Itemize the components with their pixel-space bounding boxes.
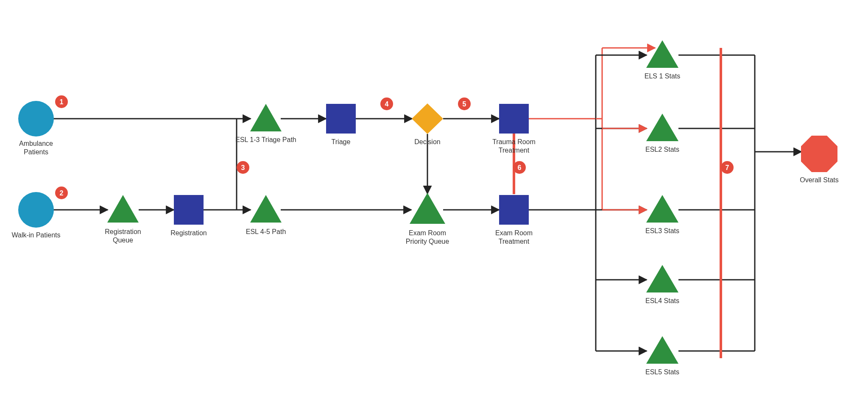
badge-label: 7 <box>726 164 729 171</box>
svg-marker-49 <box>646 265 678 292</box>
svg-rect-45 <box>499 195 529 225</box>
label: Exam Room <box>495 229 533 237</box>
label: Patients <box>24 148 48 156</box>
label: Walk-in Patients <box>12 231 61 239</box>
node-overall-stats: Overall Stats <box>800 136 839 184</box>
svg-marker-48 <box>646 195 678 223</box>
svg-rect-41 <box>326 104 356 134</box>
label: ESL3 Stats <box>645 227 679 234</box>
badge-3: 3 <box>237 161 249 174</box>
node-exam-room-priority-queue: Exam Room Priority Queue <box>406 193 449 245</box>
label: Queue <box>113 237 133 244</box>
label: Trauma Room <box>492 138 536 145</box>
badge-6: 6 <box>513 161 526 174</box>
node-esl4-stats: ESL4 Stats <box>645 265 679 304</box>
node-esl-4-5-path: ESL 4-5 Path <box>246 195 286 235</box>
node-esl3-stats: ESL3 Stats <box>645 195 679 234</box>
svg-rect-38 <box>174 195 204 225</box>
label: Ambulance <box>19 140 53 147</box>
node-esl-1-3-triage-path: ESL 1-3 Triage Path <box>235 104 296 143</box>
label: ELS 1 Stats <box>645 72 681 80</box>
svg-marker-51 <box>801 136 837 172</box>
label: ESL5 Stats <box>645 368 679 376</box>
badge-label: 3 <box>241 164 245 171</box>
label: Triage <box>332 138 351 145</box>
node-els1-stats: ELS 1 Stats <box>645 40 681 80</box>
svg-marker-39 <box>250 104 282 131</box>
node-decision: Decision <box>412 103 443 145</box>
badge-label: 2 <box>60 189 64 197</box>
node-esl2-stats: ESL2 Stats <box>645 114 679 153</box>
badge-1: 1 <box>55 95 68 108</box>
label: Overall Stats <box>800 176 839 184</box>
svg-point-35 <box>18 101 54 136</box>
svg-marker-42 <box>412 103 443 134</box>
label: ESL4 Stats <box>645 297 679 304</box>
node-triage: Triage <box>326 104 356 145</box>
label: ESL 1-3 Triage Path <box>235 136 296 143</box>
node-esl5-stats: ESL5 Stats <box>645 336 679 376</box>
svg-marker-44 <box>410 193 445 224</box>
badge-label: 5 <box>463 100 466 108</box>
label: ESL2 Stats <box>645 146 679 153</box>
badge-7: 7 <box>721 161 734 174</box>
badge-label: 6 <box>518 164 522 171</box>
badge-5: 5 <box>458 97 471 110</box>
label: Treatment <box>499 147 530 154</box>
label: ESL 4-5 Path <box>246 228 286 235</box>
label: Treatment <box>499 238 530 245</box>
badge-label: 4 <box>385 100 389 108</box>
svg-marker-37 <box>107 195 139 223</box>
node-ambulance-patients: Ambulance Patients <box>18 101 54 156</box>
node-exam-room-treatment: Exam Room Treatment <box>495 195 533 245</box>
node-walkin-patients: Walk-in Patients <box>12 192 61 239</box>
flow-diagram: Ambulance Patients Walk-in Patients Regi… <box>0 0 868 401</box>
svg-point-36 <box>18 192 54 228</box>
node-registration: Registration <box>170 195 207 237</box>
svg-marker-46 <box>646 40 678 68</box>
label: Registration <box>105 228 141 235</box>
badge-label: 1 <box>60 98 64 106</box>
badge-2: 2 <box>55 187 68 199</box>
label: Exam Room <box>409 229 446 237</box>
label: Registration <box>170 229 207 237</box>
svg-marker-47 <box>646 114 678 141</box>
svg-marker-40 <box>250 195 282 223</box>
node-registration-queue: Registration Queue <box>105 195 141 244</box>
svg-rect-43 <box>499 104 529 134</box>
badge-4: 4 <box>380 97 393 110</box>
svg-marker-50 <box>646 336 678 364</box>
label: Decision <box>414 138 440 145</box>
label: Priority Queue <box>406 238 449 245</box>
node-trauma-room-treatment: Trauma Room Treatment <box>492 104 536 154</box>
